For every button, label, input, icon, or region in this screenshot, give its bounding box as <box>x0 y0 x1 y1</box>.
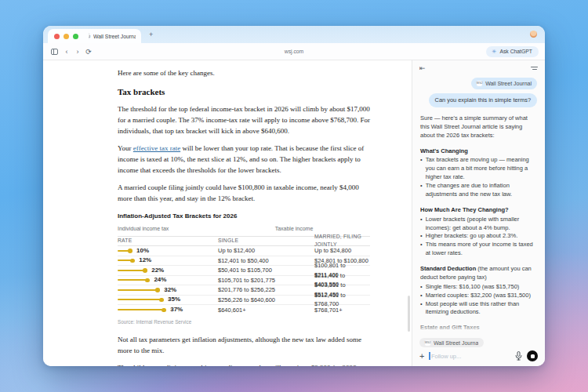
zoom-window-button[interactable] <box>73 34 78 39</box>
toggle-sidebar-icon[interactable] <box>51 49 58 55</box>
new-tab-button[interactable]: + <box>149 29 153 40</box>
table-header-row: RATE SINGLE MARRIED, FILING JOINTLY <box>118 237 370 247</box>
chart-source: Source: Internal Revenue Service <box>118 318 370 326</box>
table-row: 10% Up to $12,400 Up to $24,800 <box>118 246 370 256</box>
chat-messages: WSJ Wall Street Journal Can you explain … <box>412 76 545 332</box>
ask-chatgpt-label: Ask ChatGPT <box>499 49 532 54</box>
wsj-favicon-icon: WSJ <box>425 340 430 346</box>
table-row: 37% $640,601+ $768,701+ <box>118 305 370 315</box>
article-paragraph: Not all tax parameters get inflation adj… <box>118 335 370 357</box>
article-heading-tax-brackets: Tax brackets <box>118 85 370 99</box>
assistant-section: Estate and Gift Taxes •Estate tax exclus… <box>420 324 537 332</box>
forward-button[interactable]: › <box>72 48 83 56</box>
assistant-section: How Much Are They Changing? •Lower brack… <box>420 206 537 258</box>
wsj-favicon-icon: WSJ <box>477 81 482 86</box>
page-scrollbar[interactable] <box>408 296 410 332</box>
openai-icon: ✳ <box>492 49 497 54</box>
close-window-button[interactable] <box>54 34 60 39</box>
add-attachment-button[interactable]: + <box>419 352 424 361</box>
address-bar[interactable]: wsj.com <box>285 49 304 54</box>
tab-title: Wall Street Journal <box>93 34 136 39</box>
minimize-window-button[interactable] <box>64 34 69 39</box>
composer-attachment-chip[interactable]: WSJ Wall Street Journa <box>419 338 484 347</box>
collapse-sidebar-icon[interactable]: ⇤ <box>419 64 426 72</box>
ask-chatgpt-button[interactable]: ✳ Ask ChatGPT <box>486 46 539 57</box>
article-intro: Here are some of the key changes. <box>118 68 370 79</box>
assistant-section: What's Changing •Tax brackets are moving… <box>420 147 537 199</box>
assistant-section: Standard Deduction (the amount you can d… <box>420 265 537 317</box>
article-paragraph: Your effective tax rate will be lower th… <box>118 143 370 176</box>
profile-avatar[interactable] <box>530 31 537 38</box>
browser-toolbar: ‹ › ⟳ wsj.com ✳ Ask ChatGPT <box>43 43 545 60</box>
traffic-lights <box>48 29 89 43</box>
tab-strip: WSJ Wall Street Journal + <box>43 26 545 43</box>
input-placeholder: Follow up... <box>431 353 461 360</box>
article-paragraph: A married couple filing jointly could ha… <box>118 183 370 205</box>
sidebar-menu-icon[interactable] <box>531 67 538 70</box>
chat-composer: WSJ Wall Street Journa + Follow up... <box>412 332 545 366</box>
chart-title: Inflation-Adjusted Tax Brackets for 2026 <box>118 212 370 221</box>
text-cursor <box>429 352 430 360</box>
article-page: Here are some of the key changes. Tax br… <box>43 60 412 366</box>
voice-mode-button[interactable] <box>527 350 538 361</box>
article-paragraph: The threshold for the top federal income… <box>118 104 370 137</box>
attached-page-chip[interactable]: WSJ Wall Street Journal <box>471 78 537 89</box>
browser-window: WSJ Wall Street Journal + ‹ › ⟳ wsj.com … <box>43 26 545 366</box>
reload-button[interactable]: ⟳ <box>83 48 94 56</box>
table-row: 35% $256,226 to $640,600 $512,451 to $76… <box>118 296 370 306</box>
user-message-bubble: Can you explain this in simple terms? <box>429 93 537 107</box>
tax-brackets-chart: Inflation-Adjusted Tax Brackets for 2026… <box>118 212 370 325</box>
chatgpt-sidebar: ⇤ WSJ Wall Street Journal Can you explai… <box>412 60 545 366</box>
effective-tax-rate-link[interactable]: effective tax rate <box>133 144 180 152</box>
back-button[interactable]: ‹ <box>61 48 72 56</box>
article-paragraph: The child tax credit is now subject to a… <box>118 363 370 366</box>
microphone-icon[interactable] <box>515 351 522 361</box>
follow-up-input[interactable]: Follow up... <box>429 352 510 360</box>
assistant-intro: Sure — here's a simple summary of what t… <box>420 114 537 140</box>
